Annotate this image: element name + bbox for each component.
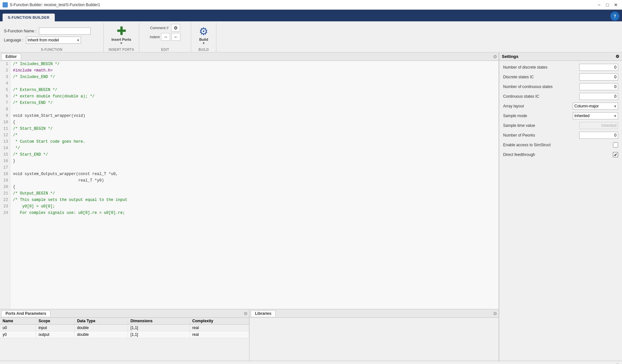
sfunc-name-row: S-Function Name :: [4, 28, 99, 35]
setting-checkbox-8[interactable]: [613, 142, 618, 148]
app-icon: [3, 2, 8, 7]
setting-input-2[interactable]: [579, 83, 618, 90]
code-line: {: [13, 184, 496, 190]
edit-bottom-row: Indent → ←: [150, 33, 180, 41]
code-line: /* Externs_BEGIN */: [13, 87, 496, 93]
code-line: /* This sample sets the output equal to …: [13, 197, 496, 203]
main-content: Editor ⚙ 1234567891011121314151617181920…: [0, 52, 622, 361]
line-number: 16: [2, 158, 8, 164]
title-bar-left: S-Function Builder: receive_test/S-Funct…: [3, 2, 100, 7]
title-bar-text: S-Function Builder: receive_test/S-Funct…: [10, 3, 100, 7]
code-editor[interactable]: 123456789101112131415161718192021222324 …: [0, 61, 499, 309]
editor-header: Editor ⚙: [0, 52, 499, 61]
settings-title: Settings: [502, 54, 518, 59]
line-number: 9: [2, 113, 8, 119]
indent-label: Indent: [150, 35, 160, 39]
help-button[interactable]: ?: [610, 12, 619, 21]
editor-tab[interactable]: Editor: [1, 53, 21, 60]
col-datatype: Data Type: [74, 318, 128, 325]
minimize-button[interactable]: −: [595, 1, 603, 8]
line-number: 8: [2, 106, 8, 113]
setting-input-1[interactable]: [579, 73, 618, 81]
settings-row-7: Number of Pworks: [503, 131, 618, 139]
setting-label-7: Number of Pworks: [503, 133, 579, 138]
line-number: 4: [2, 80, 8, 87]
status-bar: ▼: [0, 361, 622, 364]
sfunc-language-row: Language : Inherit from model C C++ ▼: [4, 37, 99, 44]
editor-gear-icon[interactable]: ⚙: [493, 54, 497, 59]
settings-panel: Settings ⚙ Number of discrete states Dis…: [499, 52, 622, 361]
line-number: 3: [2, 74, 8, 80]
settings-row-9: Direct feedthrough ✔: [503, 151, 618, 159]
settings-gear-icon[interactable]: ⚙: [616, 54, 619, 59]
setting-input-3[interactable]: [579, 93, 618, 100]
insert-ports-icon: ✚: [117, 25, 126, 37]
close-button[interactable]: ✕: [612, 1, 619, 8]
code-line: * Custom Start code goes here.: [13, 138, 496, 145]
setting-label-5: Sample mode: [503, 114, 573, 118]
build-icon: ⚙: [199, 25, 208, 38]
code-line: /*: [13, 132, 496, 138]
setting-input-0[interactable]: [579, 64, 618, 71]
indent-decrease-btn[interactable]: ←: [171, 33, 180, 41]
sfunc-name-label: S-Function Name :: [4, 29, 36, 33]
line-number: 21: [2, 190, 8, 197]
libraries-content: [249, 318, 499, 361]
code-line: /* Externs_END */: [13, 100, 496, 106]
setting-label-6: Sample time value: [503, 123, 579, 128]
build-arrow-icon: ▼: [202, 41, 205, 45]
line-number: 11: [2, 126, 8, 132]
line-number: 20: [2, 184, 8, 190]
code-line: [13, 80, 496, 87]
code-line: /* extern double func(double a); */: [13, 93, 496, 100]
code-line: void system_Start_wrapper(void): [13, 113, 496, 119]
ports-table: Name Scope Data Type Dimensions Complexi…: [0, 318, 249, 338]
port-scope: input: [36, 325, 74, 331]
ports-tab[interactable]: Ports And Parameters: [1, 310, 51, 316]
status-bar-arrow[interactable]: ▼: [616, 362, 619, 364]
setting-label-3: Continuous states IC: [503, 94, 579, 99]
maximize-button[interactable]: □: [604, 1, 611, 8]
port-scope: output: [36, 331, 74, 338]
line-number: 7: [2, 100, 8, 106]
sfunc-language-select[interactable]: Inherit from model C C++: [26, 37, 81, 44]
setting-select-4[interactable]: Column-majorRow-major: [573, 103, 618, 110]
setting-select-wrap-5: InheritedContinuousDiscrete ▼: [573, 112, 618, 119]
port-complexity: real: [190, 325, 249, 331]
libraries-tab[interactable]: Libraries: [251, 310, 276, 316]
comment-icon-btn[interactable]: ⚙: [171, 24, 180, 32]
port-name: u0: [0, 325, 36, 331]
comment-label: Comment //: [150, 26, 168, 30]
setting-select-wrap-4: Column-majorRow-major ▼: [573, 103, 618, 110]
edit-top-row: Comment // ⚙: [150, 24, 180, 32]
setting-label-8: Enable access to SimStruct: [503, 143, 613, 147]
setting-input-7[interactable]: [579, 132, 618, 139]
edit-section-label: EDIT: [139, 48, 191, 51]
setting-select-5[interactable]: InheritedContinuousDiscrete: [573, 112, 618, 119]
col-dimensions: Dimensions: [128, 318, 190, 325]
ribbon-tab-sfbuilder[interactable]: S-FUNCTION BUILDER: [3, 14, 55, 21]
libraries-gear-icon[interactable]: ⚙: [493, 311, 497, 316]
setting-checkbox-9[interactable]: ✔: [613, 152, 618, 157]
build-button[interactable]: ⚙ Build ▼: [196, 24, 211, 46]
setting-label-9: Direct feedthrough: [503, 152, 613, 157]
line-number: 22: [2, 197, 8, 203]
code-line: real_T *y0): [13, 177, 496, 184]
code-content[interactable]: /* Includes_BEGIN */#include <math.h>/* …: [10, 61, 499, 309]
ribbon-tab-bar: S-FUNCTION BUILDER ?: [0, 10, 622, 21]
ports-gear-icon[interactable]: ⚙: [244, 311, 248, 316]
edit-section: Comment // ⚙ Indent → ← EDIT: [139, 23, 191, 52]
sfunc-name-input[interactable]: [39, 28, 91, 35]
line-number: 1: [2, 61, 8, 67]
setting-label-2: Number of continuous states: [503, 84, 579, 89]
title-bar-controls: − □ ✕: [595, 1, 619, 8]
insert-ports-button[interactable]: ✚ Insert Ports ▼: [109, 24, 134, 46]
build-section: ⚙ Build ▼ BUILD: [191, 23, 216, 52]
indent-increase-btn[interactable]: →: [161, 33, 170, 41]
code-line: }: [13, 158, 496, 164]
line-number: 18: [2, 171, 8, 177]
line-number: 24: [2, 210, 8, 216]
line-number: 6: [2, 93, 8, 100]
code-line: */: [13, 145, 496, 151]
ports-header-row: Name Scope Data Type Dimensions Complexi…: [0, 318, 249, 325]
